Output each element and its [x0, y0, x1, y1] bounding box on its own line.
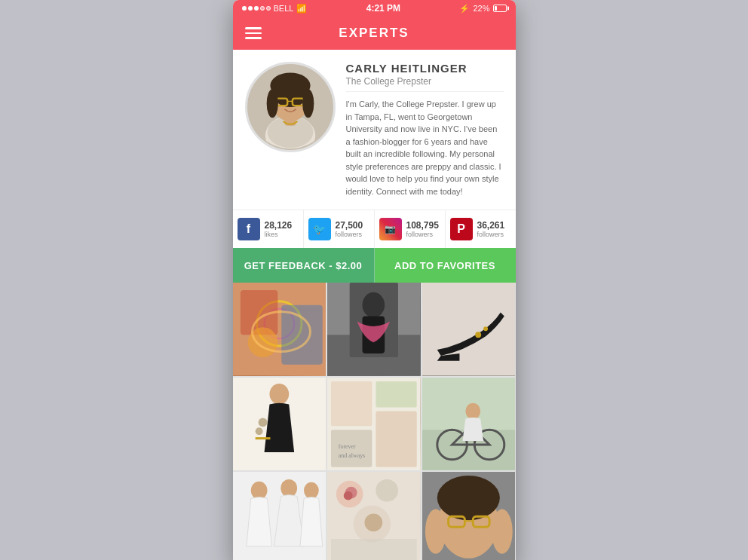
svg-point-31 [269, 384, 289, 405]
grid-cell-7[interactable] [233, 472, 326, 560]
svg-rect-38 [376, 411, 416, 467]
menu-button[interactable] [245, 27, 262, 39]
signal-dot-2 [248, 6, 253, 11]
svg-rect-34 [255, 437, 270, 439]
svg-point-32 [258, 418, 267, 427]
status-left: BELL 📶 [242, 4, 308, 14]
twitter-label: followers [336, 231, 363, 238]
grid-cell-4[interactable] [233, 378, 326, 471]
status-time: 4:21 PM [366, 3, 400, 14]
svg-point-55 [376, 479, 398, 502]
menu-line-2 [245, 32, 262, 35]
svg-rect-58 [331, 539, 417, 560]
signal-dots [242, 6, 271, 11]
svg-point-50 [303, 482, 318, 499]
instagram-stat: 📷 108,795 followers [375, 210, 446, 248]
header-title: EXPERTS [339, 26, 409, 41]
status-right: ⚡ 22% [459, 4, 506, 14]
status-bar: BELL 📶 4:21 PM ⚡ 22% [233, 0, 516, 17]
grid-cell-3[interactable] [422, 283, 516, 376]
battery-percent: 22% [473, 4, 489, 13]
svg-point-14 [302, 89, 314, 118]
twitter-count: 27,500 [336, 220, 363, 231]
svg-rect-20 [281, 305, 322, 365]
pinterest-label: followers [477, 231, 505, 238]
battery-fill [495, 6, 497, 11]
svg-rect-27 [422, 283, 516, 376]
bluetooth-icon: ⚡ [459, 4, 470, 14]
grid-cell-8[interactable] [327, 472, 421, 560]
social-stats: f 28,126 likes 🐦 27,500 followers 📷 108,… [233, 210, 516, 248]
twitter-stat: 🐦 27,500 followers [304, 210, 375, 248]
svg-point-11 [278, 100, 284, 105]
svg-point-28 [475, 332, 481, 338]
battery-icon [493, 5, 507, 12]
avatar-image [247, 62, 333, 152]
svg-point-46 [465, 402, 480, 419]
instagram-label: followers [406, 231, 439, 238]
menu-line-1 [245, 27, 262, 29]
grid-cell-1[interactable] [233, 283, 326, 376]
svg-text:and always: and always [339, 452, 365, 459]
grid-cell-5[interactable]: forever and always [327, 378, 421, 471]
photo-grid: forever and always [233, 283, 516, 560]
wifi-icon: 📶 [296, 4, 307, 14]
avatar [245, 62, 336, 152]
svg-rect-19 [240, 290, 277, 335]
instagram-text: 108,795 followers [406, 220, 439, 238]
menu-line-3 [245, 37, 262, 39]
pinterest-count: 36,261 [477, 220, 505, 231]
svg-rect-37 [376, 381, 416, 408]
profile-section: CARLY HEITLINGER The College Prepster I'… [233, 50, 516, 210]
twitter-icon: 🐦 [308, 218, 331, 240]
facebook-label: likes [265, 231, 293, 238]
expert-subtitle: The College Prepster [346, 76, 504, 92]
facebook-text: 28,126 likes [265, 220, 293, 238]
phone-frame: BELL 📶 4:21 PM ⚡ 22% EXPERTS [233, 0, 516, 560]
svg-point-48 [250, 482, 267, 500]
signal-dot-1 [242, 6, 247, 11]
facebook-count: 28,126 [265, 220, 293, 231]
pinterest-text: 36,261 followers [477, 220, 505, 238]
svg-point-21 [247, 327, 277, 357]
svg-point-65 [425, 510, 446, 554]
facebook-icon: f [238, 218, 260, 240]
avatar-container [245, 62, 336, 197]
instagram-icon: 📷 [379, 218, 402, 240]
action-buttons: GET FEEDBACK - $2.00 ADD TO FAVORITES [233, 248, 516, 283]
expert-bio: I'm Carly, the College Prepster. I grew … [346, 98, 504, 197]
signal-dot-5 [266, 6, 271, 11]
grid-cell-9[interactable] [422, 472, 516, 560]
twitter-text: 27,500 followers [336, 220, 363, 238]
signal-dot-4 [260, 6, 265, 11]
svg-point-54 [344, 491, 353, 500]
grid-cell-6[interactable] [422, 378, 516, 471]
pinterest-stat: P 36,261 followers [446, 210, 516, 248]
signal-dot-3 [254, 6, 259, 11]
facebook-stat: f 28,126 likes [233, 210, 304, 248]
svg-point-66 [492, 510, 513, 554]
svg-point-29 [483, 326, 488, 331]
header: EXPERTS [233, 17, 516, 50]
svg-point-18 [264, 309, 294, 339]
svg-point-13 [266, 89, 277, 118]
favorites-button[interactable]: ADD TO FAVORITES [375, 248, 516, 283]
svg-rect-36 [331, 381, 372, 426]
feedback-button[interactable]: GET FEEDBACK - $2.00 [233, 248, 375, 283]
svg-point-49 [280, 479, 297, 497]
svg-text:forever: forever [339, 443, 356, 450]
instagram-count: 108,795 [406, 220, 439, 231]
svg-point-12 [295, 100, 301, 105]
profile-info: CARLY HEITLINGER The College Prepster I'… [346, 62, 504, 197]
carrier-label: BELL [274, 4, 294, 13]
svg-point-57 [365, 514, 383, 532]
svg-point-61 [437, 476, 500, 520]
pinterest-icon: P [450, 218, 473, 240]
grid-cell-2[interactable] [327, 283, 421, 376]
svg-point-33 [255, 427, 262, 435]
expert-name: CARLY HEITLINGER [346, 62, 504, 75]
svg-point-25 [363, 292, 385, 318]
